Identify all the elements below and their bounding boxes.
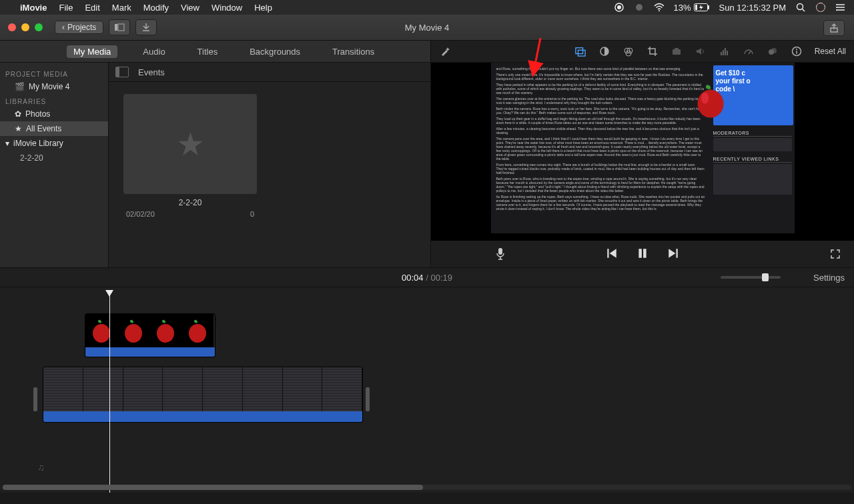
overlay-clip-apple[interactable] — [85, 314, 215, 357]
svg-point-7 — [797, 4, 803, 10]
svg-rect-27 — [673, 49, 681, 55]
timeline-scrollbar[interactable] — [3, 485, 851, 490]
sidebar-photos[interactable]: ✿ Photos — [0, 107, 108, 121]
preview-frame: and Rose, something that I couldn't put … — [491, 63, 795, 233]
browser-pane: My Media Audio Titles Backgrounds Transi… — [0, 41, 431, 267]
library-list-toggle[interactable] — [109, 19, 130, 35]
primary-video-clip[interactable] — [43, 367, 362, 422]
window-traffic-lights — [8, 23, 43, 31]
sidebar-project[interactable]: 🎬 My Movie 4 — [0, 79, 108, 94]
timeline[interactable]: ♫ — [0, 287, 854, 493]
music-track-icon: ♫ — [37, 462, 45, 473]
speed-icon[interactable] — [743, 45, 755, 57]
svg-point-15 — [836, 7, 837, 8]
svg-rect-22 — [578, 50, 585, 56]
chevron-left-icon: ‹ — [62, 23, 65, 32]
svg-point-51 — [189, 324, 206, 343]
share-button[interactable] — [823, 20, 845, 36]
screen-record-icon[interactable] — [614, 2, 624, 13]
adjust-toolbar: Reset All — [431, 41, 854, 63]
tab-my-media[interactable]: My Media — [67, 45, 117, 58]
next-frame-button[interactable] — [667, 247, 679, 261]
svg-point-14 — [836, 4, 837, 5]
menu-modify[interactable]: Modify — [143, 3, 169, 13]
volume-icon[interactable] — [695, 45, 707, 57]
stabilize-icon[interactable] — [671, 45, 683, 57]
clip-trim-handle-right[interactable] — [366, 387, 370, 411]
effects-icon[interactable] — [767, 45, 779, 57]
svg-rect-38 — [796, 51, 797, 54]
svg-point-2 — [636, 4, 643, 11]
svg-point-1 — [617, 5, 621, 9]
color-balance-icon[interactable] — [598, 45, 610, 57]
svg-rect-45 — [638, 249, 642, 258]
close-window-button[interactable] — [8, 23, 16, 31]
menu-file[interactable]: File — [59, 3, 73, 13]
event-count: 0 — [250, 210, 254, 218]
timeline-total-time: 00:19 — [430, 273, 452, 283]
timeline-scrollbar-thumb[interactable] — [3, 485, 423, 490]
sidebar-library-event-label: 2-2-20 — [20, 153, 43, 163]
notification-center-icon[interactable] — [835, 2, 846, 13]
viewer-pane: Reset All and Rose, something that I cou… — [431, 41, 854, 267]
menu-window[interactable]: Window — [211, 3, 242, 13]
preview-article-text: and Rose, something that I couldn't put … — [491, 63, 711, 233]
events-header-label: Events — [138, 67, 165, 77]
tab-audio[interactable]: Audio — [136, 45, 171, 58]
timeline-zoom-slider[interactable] — [721, 276, 781, 279]
svg-point-37 — [796, 49, 797, 50]
app-menu[interactable]: iMovie — [20, 3, 47, 13]
play-pause-button[interactable] — [636, 247, 649, 261]
fullscreen-button[interactable] — [830, 249, 841, 259]
do-not-disturb-icon[interactable] — [634, 2, 645, 13]
tab-titles[interactable]: Titles — [191, 45, 225, 58]
siri-icon[interactable] — [815, 2, 826, 13]
reset-all-button[interactable]: Reset All — [815, 47, 846, 56]
voiceover-record-button[interactable] — [495, 247, 506, 261]
svg-rect-44 — [607, 249, 608, 258]
menu-view[interactable]: View — [181, 3, 199, 13]
events-browser: Events ★ 2-2-20 02/02/20 0 — [109, 63, 430, 267]
event-item[interactable]: ★ 2-2-20 02/02/20 0 — [123, 94, 257, 218]
overlay-settings-icon[interactable] — [574, 45, 586, 57]
menu-mark[interactable]: Mark — [112, 3, 131, 13]
wifi-icon[interactable] — [654, 2, 665, 13]
menubar-clock[interactable]: Sun 12:15:32 PM — [719, 3, 786, 13]
clip-trim-handle-left[interactable] — [33, 387, 37, 411]
menu-edit[interactable]: Edit — [85, 3, 99, 13]
sidebar-all-events[interactable]: ★ All Events — [0, 121, 108, 136]
recently-viewed-header: RECENTLY VIEWED LINKS — [713, 157, 792, 163]
battery-status[interactable]: 13% — [674, 3, 710, 13]
events-layout-toggle[interactable] — [115, 67, 129, 77]
svg-point-40 — [701, 93, 709, 104]
svg-rect-21 — [576, 48, 583, 54]
sidebar-photos-label: Photos — [25, 109, 50, 119]
sidebar-library-event[interactable]: 2-2-20 — [0, 151, 108, 165]
event-thumbnail[interactable]: ★ — [123, 94, 257, 194]
libraries-header: LIBRARIES — [0, 94, 108, 107]
timeline-settings-button[interactable]: Settings — [813, 273, 845, 283]
sidebar-imovie-library[interactable]: ▾ iMovie Library — [0, 136, 108, 151]
back-to-projects-button[interactable]: ‹ Projects — [55, 21, 103, 34]
svg-point-3 — [659, 10, 660, 11]
tab-backgrounds[interactable]: Backgrounds — [243, 45, 307, 58]
import-button[interactable] — [135, 19, 157, 35]
equalizer-icon[interactable] — [719, 45, 731, 57]
zoom-window-button[interactable] — [35, 23, 43, 31]
minimize-window-button[interactable] — [21, 23, 29, 31]
svg-point-49 — [125, 324, 142, 343]
picture-in-picture-overlay — [692, 81, 729, 121]
enhance-icon[interactable] — [439, 45, 451, 57]
menu-help[interactable]: Help — [254, 3, 272, 13]
info-icon[interactable] — [791, 45, 803, 57]
crop-icon[interactable] — [647, 45, 659, 57]
event-date: 02/02/20 — [126, 210, 155, 218]
spotlight-icon[interactable] — [795, 2, 806, 13]
color-correction-icon[interactable] — [622, 45, 634, 57]
viewer-preview[interactable]: and Rose, something that I couldn't put … — [431, 63, 854, 241]
zoom-knob[interactable] — [762, 273, 769, 281]
moderators-header: MODERATORS — [713, 131, 792, 137]
tab-transitions[interactable]: Transitions — [326, 45, 381, 58]
prev-frame-button[interactable] — [606, 247, 618, 261]
disclosure-triangle-icon[interactable]: ▾ — [5, 139, 9, 148]
